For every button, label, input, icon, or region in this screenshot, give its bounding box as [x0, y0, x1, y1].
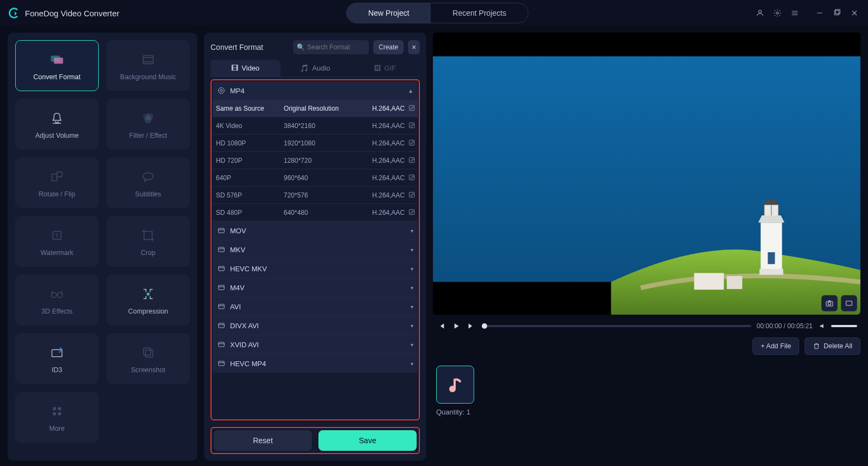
- tab-recent-projects[interactable]: Recent Projects: [431, 3, 528, 23]
- chevron-down-icon: ▾: [411, 342, 413, 348]
- svg-point-9: [144, 116, 151, 123]
- panel-title: Convert Format: [210, 43, 263, 52]
- time-display: 00:00:00 / 00:05:21: [757, 322, 813, 330]
- format-resolution: 640*480: [280, 204, 356, 221]
- svg-rect-20: [145, 350, 152, 357]
- format-panel: Convert Format 🔍 Create × 🎞 Video 🎵 Audi…: [204, 33, 426, 461]
- format-tab-video[interactable]: 🎞 Video: [210, 60, 280, 76]
- tool-more[interactable]: More: [15, 392, 99, 443]
- format-row[interactable]: SD 576P720*576H.264,AAC: [213, 187, 418, 204]
- edit-icon[interactable]: [408, 104, 416, 112]
- tool-label: Subtitles: [135, 190, 161, 198]
- format-row[interactable]: 640P960*640H.264,AAC: [213, 169, 418, 187]
- tool-compression[interactable]: Compression: [106, 275, 190, 325]
- film-icon: [217, 359, 226, 368]
- gear-icon[interactable]: [773, 8, 782, 18]
- tool-label: Background Music: [120, 73, 176, 81]
- create-button[interactable]: Create: [373, 40, 404, 54]
- progress-knob[interactable]: [482, 323, 487, 329]
- volume-slider[interactable]: [831, 325, 857, 327]
- format-group-m4v[interactable]: M4V▾: [213, 278, 418, 297]
- tool-label: Watermark: [41, 249, 74, 257]
- format-group-avi[interactable]: AVI▾: [213, 297, 418, 316]
- edit-icon[interactable]: [408, 208, 416, 216]
- account-icon[interactable]: [755, 8, 765, 18]
- save-button[interactable]: Save: [318, 430, 417, 451]
- tool-watermark[interactable]: T Watermark: [15, 216, 99, 267]
- group-label: DIVX AVI: [230, 322, 259, 330]
- edit-icon[interactable]: [408, 139, 416, 146]
- watermark-icon: T: [48, 226, 66, 245]
- svg-rect-48: [760, 269, 783, 275]
- next-button[interactable]: [467, 321, 476, 331]
- tool-subtitles[interactable]: Subtitles: [106, 157, 190, 208]
- format-name: Same as Source: [213, 100, 280, 117]
- tab-label: GIF: [384, 64, 396, 72]
- format-group-divx-avi[interactable]: DIVX AVI▾: [213, 316, 418, 335]
- format-group-mp4[interactable]: MP4 ▲: [213, 81, 418, 100]
- progress-bar[interactable]: [482, 325, 751, 327]
- app-logo-icon: [9, 8, 20, 18]
- svg-rect-53: [694, 273, 724, 290]
- tool-3d-effects[interactable]: 3D Effects: [15, 275, 99, 325]
- format-row[interactable]: SD 480P640*480H.264,AAC: [213, 204, 418, 221]
- prev-button[interactable]: [436, 321, 446, 331]
- format-group-hevc-mkv[interactable]: HEVC MKV▾: [213, 259, 418, 278]
- format-row[interactable]: Same as SourceOriginal ResolutionH.264,A…: [213, 100, 418, 117]
- delete-all-button[interactable]: Delete All: [805, 337, 860, 355]
- edit-icon[interactable]: [408, 122, 416, 129]
- svg-point-0: [758, 10, 761, 13]
- tool-id3[interactable]: ID3: [15, 333, 99, 384]
- volume-icon[interactable]: [818, 321, 828, 331]
- video-preview[interactable]: [433, 33, 860, 315]
- format-tab-audio[interactable]: 🎵 Audio: [280, 60, 350, 76]
- tool-filter-effect[interactable]: Filter / Effect: [106, 99, 190, 150]
- filter-icon: [139, 109, 157, 127]
- audio-file-icon: 🎵: [300, 64, 309, 72]
- fullscreen-button[interactable]: [841, 295, 857, 311]
- tool-rotate-flip[interactable]: Rotate / Flip: [15, 157, 99, 208]
- edit-icon[interactable]: [408, 156, 416, 164]
- format-tab-gif[interactable]: 🖼 GIF: [350, 60, 420, 76]
- time-total: 00:05:21: [787, 322, 813, 330]
- tool-adjust-volume[interactable]: Adjust Volume: [15, 99, 99, 150]
- format-row[interactable]: HD 1080P1920*1080H.264,AAC: [213, 135, 418, 152]
- group-label: XVID AVI: [230, 341, 259, 349]
- reset-button[interactable]: Reset: [214, 430, 312, 451]
- format-group-hevc-mp4[interactable]: HEVC MP4▾: [213, 354, 418, 373]
- menu-icon[interactable]: [790, 8, 800, 18]
- svg-point-26: [220, 90, 222, 92]
- play-button[interactable]: [451, 321, 461, 331]
- tool-crop[interactable]: Crop: [106, 216, 190, 267]
- close-panel-button[interactable]: ×: [408, 40, 420, 54]
- queue-item[interactable]: [436, 366, 474, 404]
- window-close[interactable]: [850, 8, 859, 18]
- project-tabs: New Project Recent Projects: [346, 3, 528, 23]
- format-resolution: 1920*1080: [280, 135, 356, 152]
- tool-screenshot[interactable]: Screenshot: [106, 333, 190, 384]
- bell-icon: [48, 109, 66, 127]
- film-icon: [217, 226, 226, 235]
- format-name: 4K Video: [213, 117, 280, 135]
- id3-icon: [48, 343, 66, 362]
- tool-convert-format[interactable]: Convert Format: [15, 40, 99, 91]
- format-group-xvid-avi[interactable]: XVID AVI▾: [213, 335, 418, 354]
- tool-label: ID3: [52, 366, 62, 374]
- group-label: HEVC MP4: [230, 360, 266, 368]
- window-maximize[interactable]: [832, 8, 842, 18]
- tool-background-music[interactable]: Background Music: [106, 40, 190, 91]
- format-row[interactable]: HD 720P1280*720H.264,AAC: [213, 152, 418, 169]
- edit-icon[interactable]: [408, 174, 416, 181]
- edit-icon[interactable]: [408, 191, 416, 199]
- film-icon: [217, 283, 226, 292]
- format-group-mov[interactable]: MOV▾: [213, 221, 418, 240]
- tool-label: Compression: [128, 308, 168, 315]
- convert-format-icon: [48, 50, 66, 69]
- tab-new-project[interactable]: New Project: [347, 3, 431, 23]
- snapshot-button[interactable]: [821, 295, 838, 311]
- format-row[interactable]: 4K Video3840*2160H.264,AAC: [213, 117, 418, 135]
- svg-rect-38: [219, 304, 225, 309]
- format-group-mkv[interactable]: MKV▾: [213, 240, 418, 259]
- add-file-button[interactable]: + Add File: [752, 337, 799, 355]
- window-minimize[interactable]: [815, 8, 825, 18]
